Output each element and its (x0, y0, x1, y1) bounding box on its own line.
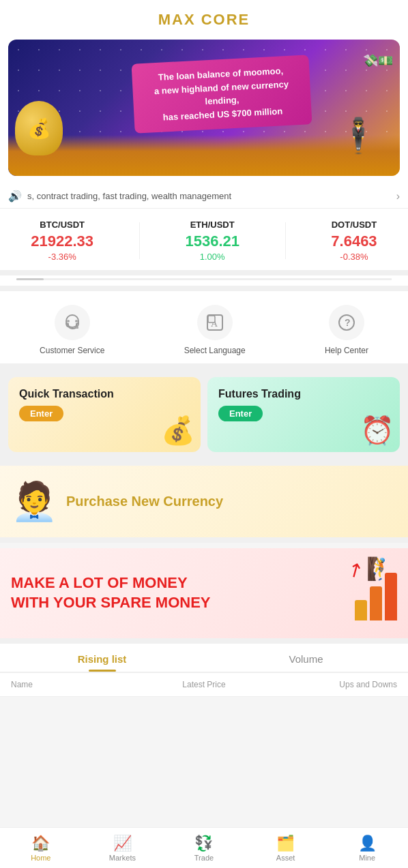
tab-volume[interactable]: Volume (204, 644, 408, 672)
markets-icon: 📈 (113, 835, 132, 852)
price-pair-btc: BTC/USDT (31, 220, 93, 230)
tab-rising-list[interactable]: Rising list (0, 644, 204, 672)
select-language-label: Select Language (184, 346, 246, 355)
money-title-line1: MAKE A LOT OF MONEY (11, 573, 397, 593)
money-banner[interactable]: MAKE A LOT OF MONEY WITH YOUR SPARE MONE… (0, 548, 408, 644)
headset-icon (61, 312, 83, 333)
banner-coins-scatter: 💸💵 (363, 53, 393, 68)
header: MAX CORE (0, 0, 408, 34)
home-icon: 🏠 (31, 835, 50, 852)
price-divider-2 (285, 222, 286, 259)
asset-icon: 🗂️ (276, 835, 295, 852)
app-title: MAX CORE (0, 11, 408, 29)
banner-text-box: The loan balance of moomoo, a new highla… (132, 55, 312, 133)
money-text: MAKE A LOT OF MONEY WITH YOUR SPARE MONE… (11, 573, 397, 612)
price-divider-1 (139, 222, 140, 259)
nav-mine-label: Mine (359, 854, 375, 862)
price-change-btc: -3.36% (31, 252, 93, 262)
futures-trading-title: Futures Trading (218, 388, 389, 400)
table-header: Name Latest Price Ups and Downs (0, 673, 408, 697)
banner-section: 💰 The loan balance of moomoo, a new high… (0, 34, 408, 184)
chart-person-icon: 🧗 (366, 556, 394, 582)
futures-trading-icon: ⏰ (360, 415, 394, 447)
quick-transaction-enter-button[interactable]: Enter (19, 406, 63, 421)
price-item-dot[interactable]: DOT/USDT 7.6463 -0.38% (331, 220, 377, 262)
nav-asset[interactable]: 🗂️ Asset (245, 828, 327, 868)
help-center-label: Help Center (325, 346, 368, 355)
svg-point-2 (75, 320, 78, 323)
spacer (0, 697, 408, 745)
ticker-text: s, contract trading, fast trading, wealt… (27, 191, 391, 201)
svg-rect-3 (76, 327, 78, 329)
futures-trading-card[interactable]: Futures Trading Enter ⏰ (207, 377, 400, 452)
nav-asset-label: Asset (276, 854, 295, 862)
futures-trading-enter-button[interactable]: Enter (218, 406, 263, 421)
bar-2 (370, 586, 382, 620)
price-value-dot: 7.6463 (331, 233, 377, 250)
help-center-icon-wrap: ? (329, 305, 364, 340)
money-chart: ↗ 🧗 (355, 559, 397, 620)
quick-transaction-title: Quick Transaction (19, 388, 190, 400)
nav-trade[interactable]: 💱 Trade (163, 828, 245, 868)
th-ups-downs: Ups and Downs (268, 680, 397, 689)
price-change-dot: -0.38% (331, 252, 377, 262)
bar-1 (355, 600, 367, 620)
customer-service-label: Customer Service (40, 346, 104, 355)
service-item-help[interactable]: ? Help Center (325, 305, 368, 355)
svg-point-1 (67, 320, 70, 323)
purchase-banner[interactable]: 🧑‍💼 Purchase New Currency (0, 466, 408, 543)
service-item-customer[interactable]: Customer Service (40, 305, 104, 355)
nav-mine[interactable]: 👤 Mine (326, 828, 408, 868)
cards-section: Quick Transaction Enter 💰 Futures Tradin… (0, 369, 408, 466)
banner-text: The loan balance of moomoo, a new highla… (145, 63, 298, 124)
nav-markets-label: Markets (109, 854, 136, 862)
service-item-language[interactable]: A Select Language (184, 305, 246, 355)
nav-home-label: Home (31, 854, 50, 862)
ticker-bar[interactable]: 🔊 s, contract trading, fast trading, wea… (0, 184, 408, 209)
nav-home[interactable]: 🏠 Home (0, 828, 82, 868)
banner-coin-left: 💰 (15, 101, 63, 155)
purchase-character: 🧑‍💼 (11, 479, 58, 524)
trade-icon: 💱 (194, 835, 213, 852)
price-section: BTC/USDT 21922.33 -3.36% ETH/USDT 1536.2… (0, 209, 408, 275)
help-icon: ? (336, 312, 358, 333)
th-name: Name (11, 680, 140, 689)
list-tabs: Rising list Volume (0, 644, 408, 673)
speaker-icon: 🔊 (8, 190, 22, 203)
svg-text:?: ? (345, 317, 351, 328)
price-item-eth[interactable]: ETH/USDT 1536.21 1.00% (185, 220, 239, 262)
language-icon: A (204, 312, 226, 333)
services-section: Customer Service A Select Language ? Hel… (0, 291, 408, 369)
promo-banner[interactable]: 💰 The loan balance of moomoo, a new high… (8, 40, 400, 176)
price-item-btc[interactable]: BTC/USDT 21922.33 -3.36% (31, 220, 93, 262)
scroll-thumb (16, 278, 44, 280)
quick-transaction-icon: 💰 (161, 415, 195, 447)
money-title-line2: WITH YOUR SPARE MONEY (11, 593, 397, 613)
quick-transaction-card[interactable]: Quick Transaction Enter 💰 (8, 377, 201, 452)
banner-character: 🕴️ (337, 116, 379, 155)
price-pair-eth: ETH/USDT (185, 220, 239, 230)
price-value-btc: 21922.33 (31, 233, 93, 250)
bottom-nav: 🏠 Home 📈 Markets 💱 Trade 🗂️ Asset 👤 Mine (0, 827, 408, 868)
scroll-indicator (16, 278, 392, 280)
customer-service-icon-wrap (55, 305, 90, 340)
nav-trade-label: Trade (194, 854, 214, 862)
price-change-eth: 1.00% (185, 252, 239, 262)
purchase-text: Purchase New Currency (66, 494, 223, 509)
ticker-arrow-icon: › (396, 190, 400, 203)
th-latest-price: Latest Price (140, 680, 269, 689)
scroll-area (0, 275, 408, 291)
svg-rect-6 (208, 316, 215, 323)
mine-icon: 👤 (358, 835, 377, 852)
nav-markets[interactable]: 📈 Markets (82, 828, 164, 868)
select-language-icon-wrap: A (197, 305, 233, 340)
price-value-eth: 1536.21 (185, 233, 239, 250)
price-pair-dot: DOT/USDT (331, 220, 377, 230)
